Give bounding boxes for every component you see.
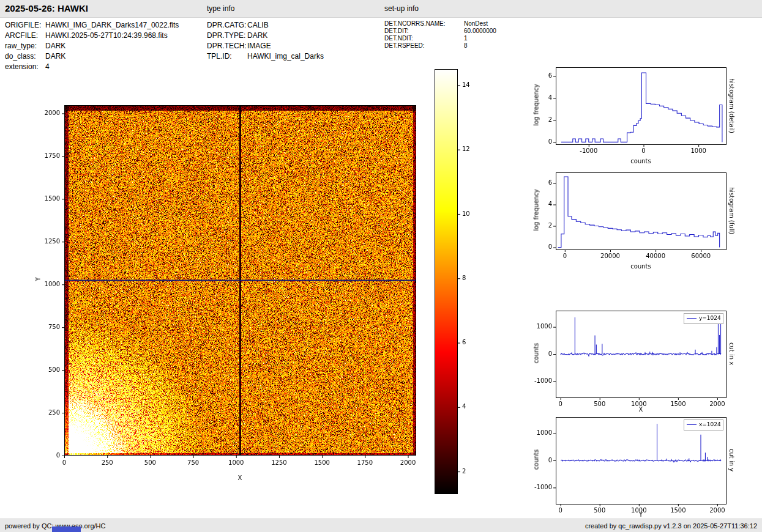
meta-row: DET.RSPEED:8 [384, 42, 550, 50]
meta-row: DPR.CATG:CALIB [207, 20, 381, 31]
meta-label: do_class: [5, 51, 45, 62]
meta-row: DET.DIT:60.0000000 [384, 28, 550, 35]
meta-value: DARK [45, 41, 65, 51]
meta-label: DPR.CATG: [207, 20, 247, 31]
setup-info-block: DET.NCORRS.NAME:NonDest DET.DIT:60.00000… [384, 20, 550, 50]
hist-detail-y-label: log frequency [533, 68, 540, 142]
meta-row: ORIGFILE:HAWKI_IMG_DARK_Darks147_0022.fi… [5, 20, 204, 31]
main-image-plot [34, 97, 431, 491]
header-bar: 2025-05-26: HAWKI type info set-up info [0, 0, 762, 18]
meta-row: TPL.ID:HAWKI_img_cal_Darks [207, 51, 381, 62]
histogram-detail-plot [526, 61, 734, 168]
meta-label: TPL.ID: [207, 51, 247, 62]
meta-row: ARCFILE:HAWKI.2025-05-27T10:24:39.968.fi… [5, 31, 204, 41]
hist-detail-side-label: histogram (detail) [728, 66, 735, 146]
meta-row: DPR.TECH:IMAGE [207, 41, 381, 51]
file-info-block: ORIGFILE:HAWKI_IMG_DARK_Darks147_0022.fi… [5, 20, 204, 72]
meta-value: 1 [464, 35, 468, 42]
meta-value: DARK [45, 51, 65, 62]
hist-detail-x-label: counts [619, 158, 662, 164]
meta-label: DET.NDIT: [384, 35, 464, 42]
meta-label: extension: [5, 62, 45, 72]
meta-value: CALIB [247, 20, 269, 31]
setup-info-heading: set-up info [384, 4, 419, 13]
hist-full-side-label: histogram (full) [728, 171, 735, 251]
meta-row: DPR.TYPE:DARK [207, 31, 381, 41]
meta-label: DET.NCORRS.NAME: [384, 20, 464, 28]
cut-in-x-plot [526, 305, 734, 421]
meta-label: DPR.TYPE: [207, 31, 247, 41]
meta-label: raw_type: [5, 41, 45, 51]
footer-bar: powered by QC: www.eso.org/HC created by… [0, 519, 762, 532]
cut-x-y-label: counts [533, 317, 540, 390]
meta-value: HAWKI.2025-05-27T10:24:39.968.fits [45, 31, 168, 41]
meta-row: DET.NCORRS.NAME:NonDest [384, 20, 550, 28]
qc-report-page: 2025-05-26: HAWKI type info set-up info … [0, 0, 762, 532]
meta-label: ORIGFILE: [5, 20, 45, 31]
meta-value: 60.0000000 [464, 28, 496, 35]
meta-label: DPR.TECH: [207, 41, 247, 51]
cut-x-side-label: cut in x [728, 314, 735, 394]
meta-row: extension:4 [5, 62, 204, 72]
meta-value: HAWKI_img_cal_Darks [247, 51, 324, 62]
page-title: 2025-05-26: HAWKI [5, 3, 88, 13]
colorbar [431, 65, 488, 500]
meta-value: DARK [247, 31, 267, 41]
meta-label: DET.DIT: [384, 28, 464, 35]
cut-y-x-label: Y [619, 511, 662, 518]
cut-y-side-label: cut in y [728, 421, 735, 500]
histogram-full-plot [526, 166, 734, 273]
cut-in-y-plot [526, 411, 734, 527]
footer-created-by: created by qc_rawdisp.py v1.2.3 on 2025-… [585, 519, 757, 532]
meta-value: IMAGE [247, 41, 271, 51]
main-y-axis-label: Y [35, 243, 42, 316]
meta-row: raw_type:DARK [5, 41, 204, 51]
meta-value: HAWKI_IMG_DARK_Darks147_0022.fits [45, 20, 179, 31]
hist-full-y-label: log frequency [533, 174, 540, 247]
main-x-axis-label: X [219, 475, 261, 481]
type-info-heading: type info [207, 4, 234, 13]
meta-row: do_class:DARK [5, 51, 204, 62]
meta-label: ARCFILE: [5, 31, 45, 41]
hist-full-x-label: counts [619, 263, 662, 270]
bottom-blue-artifact [52, 526, 81, 532]
cut-y-y-label: counts [533, 423, 540, 497]
type-info-block: DPR.CATG:CALIB DPR.TYPE:DARK DPR.TECH:IM… [207, 20, 381, 62]
meta-value: 4 [45, 62, 50, 72]
meta-label: DET.RSPEED: [384, 42, 464, 50]
meta-row: DET.NDIT:1 [384, 35, 550, 42]
meta-value: 8 [464, 42, 468, 50]
meta-value: NonDest [464, 20, 488, 28]
